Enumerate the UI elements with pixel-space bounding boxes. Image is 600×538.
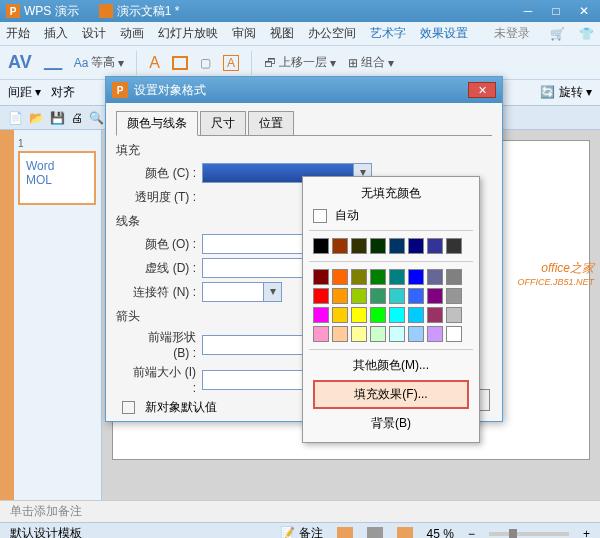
cart-icon[interactable]: 🛒 bbox=[550, 27, 565, 41]
color-swatch[interactable] bbox=[332, 307, 348, 323]
color-swatch[interactable] bbox=[370, 307, 386, 323]
color-swatch[interactable] bbox=[351, 238, 367, 254]
color-swatch[interactable] bbox=[389, 326, 405, 342]
dialog-close-button[interactable]: ✕ bbox=[468, 82, 496, 98]
color-swatch[interactable] bbox=[389, 238, 405, 254]
color-swatch[interactable] bbox=[313, 326, 329, 342]
notes-pane[interactable]: 单击添加备注 bbox=[0, 500, 600, 522]
connector-select[interactable]: ▾ bbox=[202, 282, 282, 302]
color-swatch[interactable] bbox=[332, 238, 348, 254]
color-swatch[interactable] bbox=[446, 288, 462, 304]
menu-wordart[interactable]: 艺术字 bbox=[370, 25, 406, 42]
zoom-in[interactable]: + bbox=[583, 527, 590, 539]
equal-height-button[interactable]: Aa等高 ▾ bbox=[74, 54, 125, 71]
wordart-style-icon[interactable]: AV bbox=[8, 52, 32, 73]
view-normal[interactable] bbox=[337, 527, 353, 539]
color-swatch[interactable] bbox=[351, 269, 367, 285]
color-swatch[interactable] bbox=[408, 269, 424, 285]
open-icon[interactable]: 📂 bbox=[29, 111, 44, 125]
color-swatch[interactable] bbox=[332, 326, 348, 342]
color-swatch[interactable] bbox=[313, 269, 329, 285]
view-slideshow[interactable] bbox=[397, 527, 413, 539]
text-box-icon[interactable]: A bbox=[223, 55, 239, 71]
tab-size[interactable]: 尺寸 bbox=[200, 111, 246, 136]
color-swatch[interactable] bbox=[313, 238, 329, 254]
login-link[interactable]: 未登录 bbox=[494, 25, 530, 42]
color-swatch[interactable] bbox=[446, 326, 462, 342]
new-icon[interactable]: 📄 bbox=[8, 111, 23, 125]
color-swatch[interactable] bbox=[351, 326, 367, 342]
color-swatch[interactable] bbox=[408, 326, 424, 342]
zoom-out[interactable]: − bbox=[468, 527, 475, 539]
color-swatch[interactable] bbox=[370, 326, 386, 342]
no-fill-option[interactable]: 无填充颜色 bbox=[309, 183, 473, 204]
left-rail[interactable] bbox=[0, 130, 14, 500]
color-swatch[interactable] bbox=[389, 288, 405, 304]
label-default: 新对象默认值 bbox=[145, 399, 217, 416]
color-swatch[interactable] bbox=[408, 307, 424, 323]
color-swatch[interactable] bbox=[351, 288, 367, 304]
outline-icon[interactable] bbox=[172, 56, 188, 70]
default-checkbox[interactable] bbox=[122, 401, 135, 414]
color-swatch[interactable] bbox=[427, 326, 443, 342]
color-swatch[interactable] bbox=[370, 288, 386, 304]
shadow-icon[interactable]: ▢ bbox=[200, 56, 211, 70]
minimize-button[interactable]: ─ bbox=[518, 4, 538, 18]
print-icon[interactable]: 🖨 bbox=[71, 111, 83, 125]
notes-toggle[interactable]: 📝 备注 bbox=[280, 525, 322, 538]
slide-thumbnail[interactable]: Word MOL bbox=[18, 151, 96, 205]
skin-icon[interactable]: 👕 bbox=[579, 27, 594, 41]
color-swatch[interactable] bbox=[370, 269, 386, 285]
color-swatch[interactable] bbox=[313, 307, 329, 323]
menu-insert[interactable]: 插入 bbox=[44, 25, 68, 42]
menu-design[interactable]: 设计 bbox=[82, 25, 106, 42]
tab-position[interactable]: 位置 bbox=[248, 111, 294, 136]
color-swatch[interactable] bbox=[313, 288, 329, 304]
maximize-button[interactable]: □ bbox=[546, 4, 566, 18]
close-button[interactable]: ✕ bbox=[574, 4, 594, 18]
spacing-button[interactable]: 间距 ▾ bbox=[8, 84, 41, 101]
menu-effects[interactable]: 效果设置 bbox=[420, 25, 468, 42]
menu-review[interactable]: 审阅 bbox=[232, 25, 256, 42]
color-swatch[interactable] bbox=[427, 269, 443, 285]
color-swatch[interactable] bbox=[408, 288, 424, 304]
view-sorter[interactable] bbox=[367, 527, 383, 539]
color-picker-popup: 无填充颜色 自动 其他颜色(M)... 填充效果(F)... 背景(B) bbox=[302, 176, 480, 443]
bring-forward-button[interactable]: 🗗 上移一层 ▾ bbox=[264, 54, 336, 71]
color-swatch[interactable] bbox=[332, 288, 348, 304]
color-swatch[interactable] bbox=[427, 288, 443, 304]
color-swatch[interactable] bbox=[427, 238, 443, 254]
menu-workspace[interactable]: 办公空间 bbox=[308, 25, 356, 42]
color-swatch[interactable] bbox=[332, 269, 348, 285]
color-swatch[interactable] bbox=[370, 238, 386, 254]
fill-effects-option[interactable]: 填充效果(F)... bbox=[313, 380, 469, 409]
menu-view[interactable]: 视图 bbox=[270, 25, 294, 42]
rotate-button[interactable]: 🔄 旋转 ▾ bbox=[540, 84, 592, 101]
align-button[interactable]: 对齐 bbox=[51, 84, 75, 101]
menu-start[interactable]: 开始 bbox=[6, 25, 30, 42]
menu-bar: 开始 插入 设计 动画 幻灯片放映 审阅 视图 办公空间 艺术字 效果设置 未登… bbox=[0, 22, 600, 46]
color-swatch[interactable] bbox=[446, 269, 462, 285]
color-swatch[interactable] bbox=[351, 307, 367, 323]
background-option[interactable]: 背景(B) bbox=[309, 411, 473, 436]
preview-icon[interactable]: 🔍 bbox=[89, 111, 104, 125]
menu-slideshow[interactable]: 幻灯片放映 bbox=[158, 25, 218, 42]
font-color-icon[interactable]: A bbox=[149, 54, 160, 72]
color-swatch[interactable] bbox=[408, 238, 424, 254]
auto-color-option[interactable]: 自动 bbox=[309, 204, 473, 227]
tab-color-line[interactable]: 颜色与线条 bbox=[116, 111, 198, 136]
color-swatch[interactable] bbox=[446, 238, 462, 254]
more-colors-option[interactable]: 其他颜色(M)... bbox=[309, 353, 473, 378]
dialog-titlebar[interactable]: P 设置对象格式 ✕ bbox=[106, 77, 502, 103]
save-icon[interactable]: 💾 bbox=[50, 111, 65, 125]
color-swatch[interactable] bbox=[446, 307, 462, 323]
color-swatch[interactable] bbox=[389, 269, 405, 285]
slide-panel: 1 Word MOL bbox=[14, 130, 102, 500]
color-swatch[interactable] bbox=[389, 307, 405, 323]
menu-animation[interactable]: 动画 bbox=[120, 25, 144, 42]
color-swatch[interactable] bbox=[427, 307, 443, 323]
zoom-slider[interactable] bbox=[489, 532, 569, 536]
status-bar: 默认设计模板 📝 备注 45 % − + bbox=[0, 522, 600, 538]
group-button[interactable]: ⊞ 组合 ▾ bbox=[348, 54, 394, 71]
underline-icon[interactable]: ▁▁ bbox=[44, 56, 62, 70]
